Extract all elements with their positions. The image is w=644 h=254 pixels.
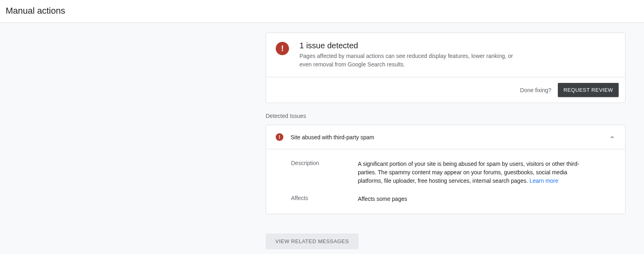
description-label: Description bbox=[291, 160, 348, 185]
issue-title: Site abused with third-party spam bbox=[291, 134, 602, 140]
content-area: ! 1 issue detected Pages affected by man… bbox=[0, 23, 644, 254]
request-review-button[interactable]: REQUEST REVIEW bbox=[558, 83, 619, 97]
summary-top: ! 1 issue detected Pages affected by man… bbox=[266, 33, 625, 77]
affects-value: Affects some pages bbox=[358, 195, 583, 203]
description-value: A significant portion of your site is be… bbox=[358, 160, 583, 185]
error-icon: ! bbox=[276, 42, 289, 55]
page-title: Manual actions bbox=[6, 6, 638, 16]
summary-description: Pages affected by manual actions can see… bbox=[299, 52, 525, 69]
issue-header[interactable]: ! Site abused with third-party spam bbox=[266, 125, 625, 149]
done-fixing-label: Done fixing? bbox=[520, 87, 551, 93]
detected-issues-label: Detected Issues bbox=[266, 113, 625, 119]
affects-row: Affects Affects some pages bbox=[291, 195, 615, 203]
action-bar: Done fixing? REQUEST REVIEW bbox=[266, 77, 625, 103]
main-container: ! 1 issue detected Pages affected by man… bbox=[266, 33, 625, 249]
affects-label: Affects bbox=[291, 195, 348, 203]
learn-more-link[interactable]: Learn more bbox=[529, 178, 558, 184]
summary-text: 1 issue detected Pages affected by manua… bbox=[299, 41, 525, 69]
chevron-up-icon bbox=[609, 134, 615, 140]
issue-body: Description A significant portion of you… bbox=[266, 149, 625, 214]
page-header: Manual actions bbox=[0, 0, 644, 23]
view-related-messages-button[interactable]: VIEW RELATED MESSAGES bbox=[266, 233, 359, 249]
summary-card: ! 1 issue detected Pages affected by man… bbox=[266, 33, 625, 103]
description-row: Description A significant portion of you… bbox=[291, 160, 615, 185]
issue-card: ! Site abused with third-party spam Desc… bbox=[266, 125, 625, 214]
error-icon: ! bbox=[276, 133, 283, 141]
summary-title: 1 issue detected bbox=[299, 41, 525, 50]
